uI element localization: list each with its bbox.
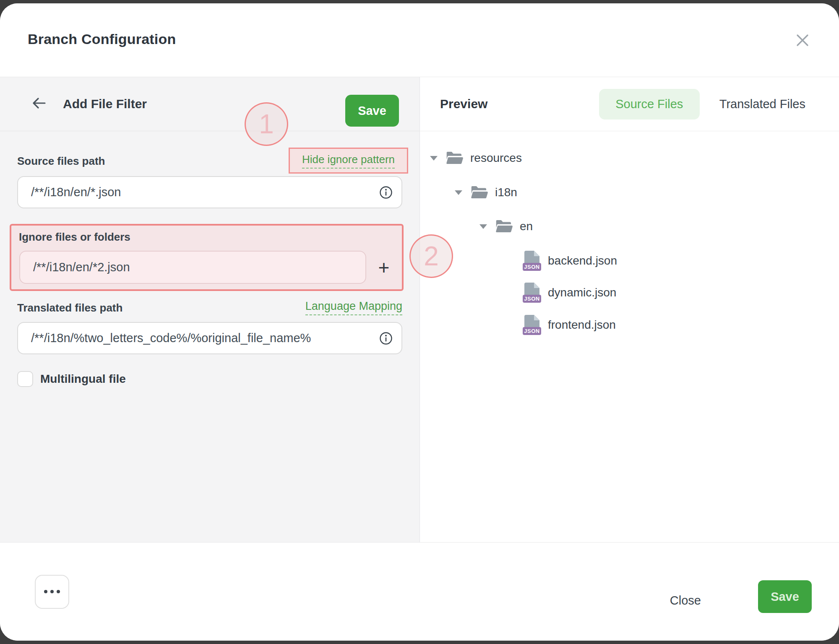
tree-item-folder[interactable]: resources <box>430 148 522 168</box>
source-files-path-input[interactable] <box>17 176 402 208</box>
tree-item-label: i18n <box>495 186 517 199</box>
panel-title: Add File Filter <box>63 97 147 111</box>
preview-panel: Preview Source Files Translated Files re… <box>420 77 839 542</box>
info-icon[interactable] <box>379 331 393 345</box>
language-mapping-link[interactable]: Language Mapping <box>305 300 402 315</box>
folder-open-icon <box>471 184 488 201</box>
filter-save-button[interactable]: Save <box>345 95 399 127</box>
tree-item-folder[interactable]: en <box>479 216 533 236</box>
branch-configuration-dialog: Branch Configuration Add File Filter Sav… <box>0 3 839 641</box>
dialog-title: Branch Configuration <box>28 31 176 47</box>
multilingual-file-checkbox[interactable] <box>17 371 33 387</box>
caret-down-icon[interactable] <box>455 190 462 195</box>
caret-down-icon[interactable] <box>430 156 438 161</box>
tree-item-label: frontend.json <box>548 318 616 332</box>
close-button[interactable]: Close <box>670 594 701 608</box>
translated-files-path-label: Translated files path <box>17 301 122 314</box>
dialog-title-bar: Branch Configuration <box>0 3 839 77</box>
hide-ignore-pattern-link[interactable]: Hide ignore pattern <box>302 153 395 169</box>
tree-item-label: en <box>520 220 533 233</box>
tree-item-folder[interactable]: i18n <box>455 182 517 203</box>
tab-translated-files[interactable]: Translated Files <box>719 97 805 111</box>
preview-title: Preview <box>440 97 487 111</box>
arrow-left-icon <box>31 96 47 112</box>
tree-item-file[interactable]: JSON frontend.json <box>523 315 616 335</box>
back-button[interactable] <box>29 94 49 114</box>
tab-source-files[interactable]: Source Files <box>599 89 700 119</box>
json-file-icon: JSON <box>523 251 541 271</box>
json-badge: JSON <box>523 295 541 303</box>
caret-down-icon[interactable] <box>479 224 487 229</box>
info-icon[interactable] <box>379 185 393 200</box>
multilingual-file-label: Multilingual file <box>40 372 126 386</box>
folder-open-icon <box>446 150 464 166</box>
ellipsis-icon <box>44 590 60 593</box>
more-options-button[interactable] <box>35 575 69 609</box>
tree-item-label: backend.json <box>548 254 617 267</box>
close-dialog-button[interactable] <box>792 31 813 52</box>
ignore-files-label: Ignore files or folders <box>19 231 130 244</box>
json-file-icon: JSON <box>523 315 541 335</box>
json-badge: JSON <box>523 327 541 335</box>
translated-files-path-input[interactable] <box>17 322 402 354</box>
hide-ignore-pattern-highlight: Hide ignore pattern <box>289 148 408 174</box>
tree-item-label: resources <box>470 151 522 165</box>
folder-open-icon <box>495 218 513 235</box>
dialog-save-button[interactable]: Save <box>758 580 812 613</box>
json-badge: JSON <box>523 263 541 271</box>
preview-tabs: Source Files Translated Files <box>599 89 805 119</box>
file-filter-header: Add File Filter Save <box>0 77 420 131</box>
tree-item-file[interactable]: JSON backend.json <box>523 251 617 271</box>
add-ignore-pattern-button[interactable]: + <box>370 251 398 284</box>
source-files-path-label: Source files path <box>17 155 105 168</box>
json-file-icon: JSON <box>523 283 541 303</box>
preview-header: Preview Source Files Translated Files <box>420 77 839 131</box>
x-icon <box>795 33 810 49</box>
file-filter-panel: Add File Filter Save Source files path H… <box>0 77 420 542</box>
ignore-pattern-input[interactable] <box>19 251 366 284</box>
dialog-footer <box>0 542 839 641</box>
tree-item-file[interactable]: JSON dynamic.json <box>523 283 616 303</box>
tree-item-label: dynamic.json <box>548 286 616 299</box>
plus-icon: + <box>378 256 390 279</box>
ignore-pattern-highlight: Ignore files or folders + <box>10 224 404 291</box>
